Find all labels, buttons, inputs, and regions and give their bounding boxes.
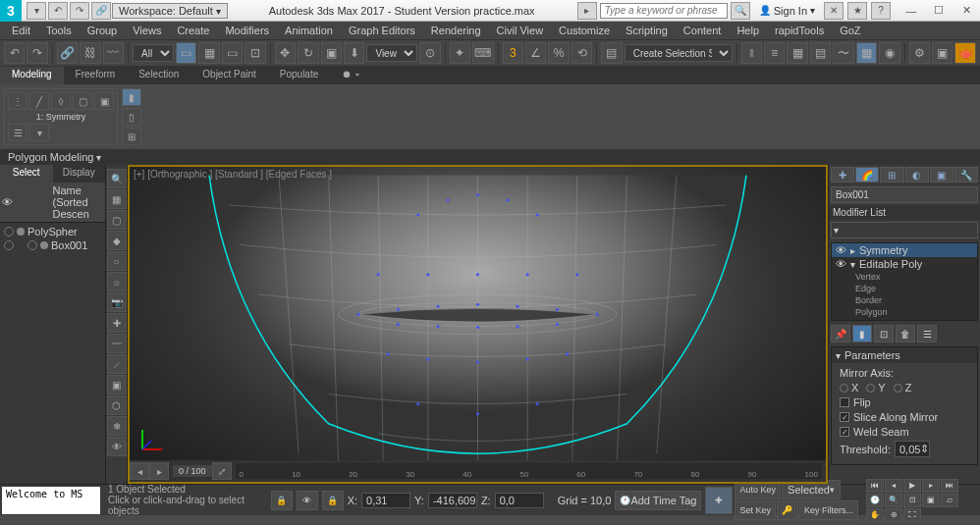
subobj-polygon[interactable]: Polygon (832, 306, 977, 318)
manipulate-tool[interactable]: ✦ (450, 42, 470, 64)
rollout-header[interactable]: ▾ Parameters (832, 347, 977, 363)
toggle-ribbon-tool[interactable]: ▤ (810, 42, 831, 64)
visibility-toggle-icon[interactable] (4, 227, 14, 236)
isolate-button[interactable]: 👁 (297, 491, 318, 510)
filter-shape-icon[interactable]: ○ (107, 251, 127, 271)
z-coord-input[interactable]: 0,0 (495, 493, 544, 508)
axis-x-radio[interactable]: X (840, 382, 858, 394)
render-setup-tool[interactable]: ⚙ (909, 42, 930, 64)
zoom-all-button[interactable]: ⊡ (903, 494, 921, 507)
workspace-selector[interactable]: Workspace: Default ▾ (112, 3, 228, 19)
timeline[interactable]: ◂ ▸ 0 / 100 ⤢ 0102030405060708090100 (130, 460, 826, 482)
make-unique-button[interactable]: ⊡ (874, 325, 894, 342)
subobj-border-button[interactable]: ◊ (51, 92, 71, 110)
display-none-icon[interactable]: ▢ (107, 210, 127, 230)
curve-editor-tool[interactable]: 〜 (833, 42, 853, 64)
subobj-element-button[interactable]: ▣ (94, 92, 114, 110)
threshold-spinner[interactable]: 0,05⇕ (895, 441, 930, 457)
scale-tool[interactable]: ▣ (321, 42, 342, 64)
axis-y-radio[interactable]: Y (866, 382, 885, 394)
ribbon-opt3-button[interactable]: ⊞ (122, 128, 141, 145)
y-coord-input[interactable]: -416,609 (428, 493, 477, 508)
filter-frozen-icon[interactable]: ❄ (107, 416, 127, 436)
ribbon-tab-modeling[interactable]: Modeling (0, 67, 64, 84)
selection-filter[interactable]: All (133, 44, 174, 62)
render-tool[interactable]: 🫖 (954, 42, 975, 64)
ribbon-collapse-button[interactable]: ☰ (8, 124, 27, 141)
modifier-editablepoly[interactable]: 👁 ▾ Editable Poly (832, 257, 977, 271)
key-mode-button[interactable]: 🔑 (777, 500, 798, 520)
filter-group-icon[interactable]: ▣ (107, 375, 127, 394)
filter-bone-icon[interactable]: ⟋ (107, 354, 127, 374)
scene-item-box001[interactable]: Box001 (2, 238, 103, 252)
display-all-icon[interactable]: ▦ (107, 189, 127, 209)
menu-rendering[interactable]: Rendering (423, 25, 489, 36)
keyfilters-button[interactable]: Key Filters... (799, 500, 858, 520)
favorites-button[interactable]: ★ (847, 2, 867, 20)
menu-create[interactable]: Create (169, 25, 217, 36)
named-selection-dropdown[interactable]: Create Selection Se (625, 44, 733, 62)
keyboard-shortcut-tool[interactable]: ⌨ (472, 42, 493, 64)
subobj-edge[interactable]: Edge (832, 283, 977, 294)
snap-3d-tool[interactable]: 3 (503, 42, 523, 64)
play-button[interactable]: ▶ (903, 479, 921, 493)
configure-button[interactable]: ☰ (917, 325, 937, 342)
show-end-result-button[interactable]: ▮ (852, 325, 872, 342)
next-frame-button[interactable]: ▸ (922, 479, 940, 493)
eye-icon[interactable]: 👁 (836, 244, 846, 256)
close-button[interactable]: ✕ (953, 0, 980, 22)
ribbon-toggle-icon[interactable]: ⏺ ▾ (330, 67, 371, 84)
help-button[interactable]: ? (871, 2, 891, 20)
filter-space-icon[interactable]: 〰 (107, 334, 127, 353)
cmd-tab-utilities[interactable]: 🔧 (954, 167, 978, 183)
ref-coord-system[interactable]: View (366, 44, 417, 62)
timeline-ruler[interactable]: 0102030405060708090100 (236, 463, 822, 479)
filter-helper-icon[interactable]: ✚ (107, 313, 127, 333)
spinner-snap-tool[interactable]: ⟲ (572, 42, 592, 64)
filter-camera-icon[interactable]: 📷 (107, 292, 127, 312)
set-key-big-button[interactable]: ✚ (705, 487, 733, 514)
timeline-expand-button[interactable]: ⤢ (212, 462, 232, 480)
menu-grapheditors[interactable]: Graph Editors (341, 25, 423, 36)
ribbon-preview-button[interactable]: ▾ (29, 124, 49, 141)
ribbon-opt1-button[interactable]: ▮ (122, 88, 141, 106)
signin-button[interactable]: 👤 Sign In ▾ (753, 5, 821, 17)
angle-snap-tool[interactable]: ∠ (525, 42, 546, 64)
selection-lock-button[interactable]: 🔒 (322, 491, 344, 510)
zoom-button[interactable]: 🔍 (885, 494, 902, 507)
eye-icon[interactable]: 👁 (836, 258, 846, 270)
render-frame-tool[interactable]: ▣ (932, 42, 953, 64)
subobj-edge-button[interactable]: ╱ (29, 92, 49, 110)
menu-rapidtools[interactable]: rapidTools (767, 25, 832, 36)
exchange-button[interactable]: ✕ (824, 2, 844, 20)
timeline-prev-button[interactable]: ◂ (130, 462, 149, 480)
cmd-tab-motion[interactable]: ◐ (905, 167, 929, 183)
menu-content[interactable]: Content (676, 25, 730, 36)
filter-xref-icon[interactable]: ⬡ (107, 395, 127, 415)
ribbon-tab-populate[interactable]: Populate (268, 67, 330, 84)
schematic-view-tool[interactable]: ▦ (856, 42, 877, 64)
menu-customize[interactable]: Customize (551, 25, 618, 36)
menu-views[interactable]: Views (125, 25, 169, 36)
modifier-list-dropdown[interactable]: ▾ (831, 222, 978, 238)
menu-help[interactable]: Help (729, 25, 767, 36)
filter-light-icon[interactable]: ☼ (107, 272, 127, 291)
window-crossing-tool[interactable]: ⊡ (245, 42, 265, 64)
viewport[interactable]: [+] [Orthographic ] [Standard ] [Edged F… (128, 165, 828, 484)
setkey-button[interactable]: Set Key (735, 500, 776, 520)
title-arrow-icon[interactable]: ▸ (577, 2, 597, 20)
cmd-tab-hierarchy[interactable]: ⊞ (880, 167, 903, 183)
undo-button[interactable]: ↶ (48, 2, 68, 20)
placement-tool[interactable]: ⬇ (344, 42, 364, 64)
goto-end-button[interactable]: ⏭ (941, 479, 958, 493)
viewport-canvas[interactable] (130, 167, 826, 482)
filter-hidden-icon[interactable]: 👁 (107, 437, 127, 456)
cmd-tab-display[interactable]: ▣ (930, 167, 953, 183)
zoom-extents-button[interactable]: ▣ (922, 494, 940, 507)
maximize-viewport-button[interactable]: ⛶ (903, 508, 921, 522)
subobj-element[interactable]: Element (832, 318, 977, 321)
cmd-tab-modify[interactable]: 🌈 (855, 167, 879, 183)
menu-group[interactable]: Group (80, 25, 126, 36)
bind-tool[interactable]: 〰 (103, 42, 124, 64)
time-tag-button[interactable]: 🕐 Add Time Tag (615, 491, 701, 510)
